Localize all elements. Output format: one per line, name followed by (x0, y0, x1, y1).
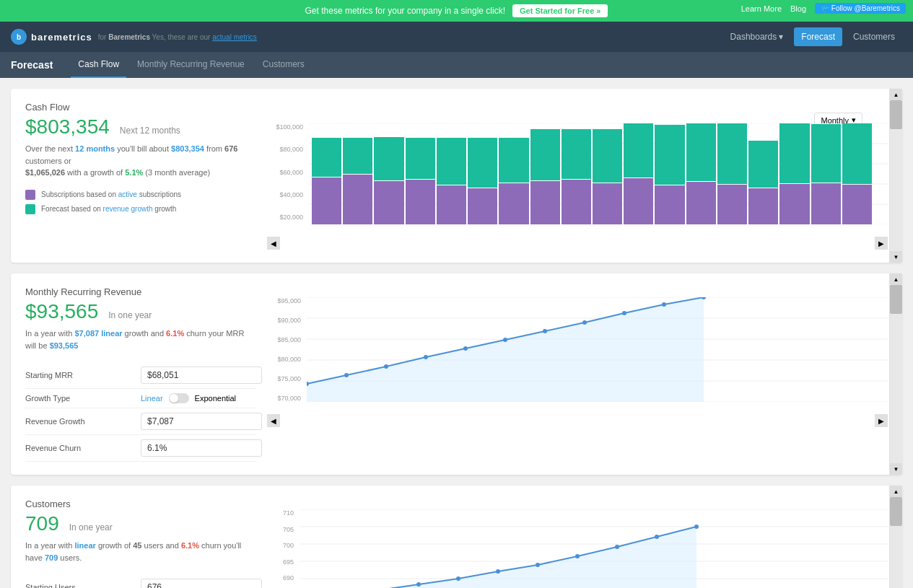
svg-point-40 (615, 545, 619, 549)
bar-purple (748, 188, 778, 224)
mrr-line-chart-svg (307, 297, 888, 402)
bar-purple (437, 185, 466, 224)
chart-prev-button[interactable]: ◀ (267, 237, 280, 250)
svg-point-37 (496, 569, 500, 574)
learn-more-link[interactable]: Learn More (741, 4, 782, 13)
revenue-growth-input[interactable] (141, 413, 262, 430)
blog-link[interactable]: Blog (790, 4, 806, 13)
dashboards-dropdown[interactable]: Dashboards ▾ (723, 27, 791, 46)
bar-teal (499, 138, 528, 183)
chart-next-button[interactable]: ▶ (875, 237, 888, 250)
mrr-starting-mrr-row: Starting MRR (25, 362, 256, 389)
twitter-icon: 🐦 (821, 4, 831, 12)
customers-nav-link[interactable]: Customers (846, 27, 902, 46)
cust-scroll-up[interactable]: ▲ (890, 486, 902, 497)
y-axis-labels: $100,000 $80,000 $60,000 $40,000 $20,000 (267, 123, 307, 221)
growth-toggle-button[interactable] (169, 393, 189, 403)
promo-bar: Get these metrics for your company in a … (0, 0, 913, 22)
tab-cash-flow[interactable]: Cash Flow (71, 52, 126, 78)
growth-type-label: Growth Type (25, 394, 141, 403)
bar-purple (530, 181, 560, 224)
mrr-scroll-down[interactable]: ▼ (890, 463, 902, 475)
logo-sub-text: for Baremetrics Yes, these are our actua… (98, 33, 257, 41)
bar-teal (686, 123, 716, 181)
bar-teal (312, 138, 341, 177)
bar-teal (530, 129, 560, 180)
svg-point-38 (536, 563, 540, 567)
scroll-down-btn[interactable]: ▼ (890, 251, 902, 263)
promo-cta-button[interactable]: Get Started for Free » (512, 4, 608, 17)
cash-flow-legend: Subscriptions based on active subscripti… (25, 190, 256, 214)
bar-group (717, 123, 747, 224)
customers-period: In one year (69, 522, 113, 532)
mrr-period: In one year (108, 310, 152, 320)
bar-teal (779, 123, 809, 183)
mrr-chart-next-button[interactable]: ▶ (875, 414, 888, 427)
cash-flow-period: Next 12 months (120, 126, 180, 136)
mrr-scroll-thumb (890, 285, 902, 314)
bar-purple (655, 185, 684, 224)
twitter-button[interactable]: 🐦 Follow @Baremetrics (815, 3, 906, 14)
promo-right-links: Learn More Blog 🐦 Follow @Baremetrics (741, 3, 906, 14)
logo-brand: baremetrics (31, 32, 92, 43)
actual-metrics-link[interactable]: actual metrics (212, 33, 257, 41)
cash-flow-value-row: $803,354 Next 12 months (25, 115, 256, 139)
svg-point-39 (575, 554, 580, 558)
bar-teal (562, 129, 591, 179)
bar-purple (593, 183, 622, 224)
svg-point-41 (655, 535, 659, 539)
starting-mrr-input[interactable] (141, 367, 262, 384)
revenue-churn-input[interactable] (141, 439, 262, 457)
customers-desc: In a year with linear growth of 45 users… (25, 540, 256, 563)
svg-marker-12 (307, 297, 704, 402)
bar-group (686, 123, 716, 224)
bar-teal (468, 138, 497, 188)
bar-group (312, 123, 341, 224)
page-title: Forecast (11, 59, 53, 71)
bar-teal (842, 123, 872, 184)
svg-point-21 (622, 311, 626, 315)
scroll-track (890, 100, 902, 251)
starting-mrr-label: Starting MRR (25, 371, 141, 379)
scroll-indicator-1: ▲ ▼ (889, 89, 902, 263)
cash-flow-chart-area: Monthly ▾ $100,000 $80,000 $60,000 $40,0… (267, 102, 888, 250)
mrr-chart-area: $95,000 $90,000 $85,000 $80,000 $75,000 … (267, 286, 888, 462)
tab-customers[interactable]: Customers (255, 52, 312, 78)
logo-icon: b (11, 29, 27, 45)
bar-chart: $100,000 $80,000 $60,000 $40,000 $20,000 (267, 123, 888, 235)
bar-purple (312, 177, 341, 224)
revenue-growth-label: Revenue Growth (25, 417, 141, 426)
bar-purple (842, 185, 872, 224)
bar-group (779, 123, 809, 224)
mrr-form: Starting MRR Growth Type Linear Exponent… (25, 362, 256, 462)
customers-inner: Customers 709 In one year In a year with… (25, 499, 888, 588)
bar-group (842, 123, 872, 224)
bar-teal (374, 137, 403, 180)
mrr-revenue-churn-row: Revenue Churn (25, 435, 256, 462)
starting-users-label: Starting Users (25, 583, 141, 588)
mrr-scroll-up[interactable]: ▲ (890, 273, 902, 285)
cust-scroll-track (890, 497, 902, 588)
customers-value-row: 709 In one year (25, 512, 256, 535)
scroll-up-btn[interactable]: ▲ (890, 89, 902, 100)
svg-point-22 (662, 302, 666, 307)
bar-group (655, 123, 684, 224)
mrr-chart-prev-button[interactable]: ◀ (267, 414, 280, 427)
svg-point-19 (543, 329, 547, 333)
starting-users-input[interactable] (141, 579, 262, 588)
mrr-chart: $95,000 $90,000 $85,000 $80,000 $75,000 … (267, 297, 888, 413)
chart-nav: ◀ ▶ (267, 237, 888, 250)
cash-flow-desc: Over the next 12 months you'll bill abou… (25, 143, 256, 179)
legend-item-subscriptions: Subscriptions based on active subscripti… (25, 190, 256, 200)
customers-chart-area: 710 705 700 695 690 685 680 (267, 499, 888, 588)
mrr-y-labels: $95,000 $90,000 $85,000 $80,000 $75,000 … (267, 297, 305, 402)
mrr-scroll-track (890, 285, 902, 463)
scroll-thumb (890, 100, 902, 129)
mrr-inner: Monthly Recurring Revenue $93,565 In one… (25, 286, 888, 462)
forecast-nav-link[interactable]: Forecast (794, 27, 842, 46)
mrr-desc: In a year with $7,087 linear growth and … (25, 328, 256, 351)
tab-mrr[interactable]: Monthly Recurring Revenue (130, 52, 252, 78)
mrr-left: Monthly Recurring Revenue $93,565 In one… (25, 286, 256, 462)
bar-purple (717, 185, 747, 224)
bar-group (593, 123, 622, 224)
